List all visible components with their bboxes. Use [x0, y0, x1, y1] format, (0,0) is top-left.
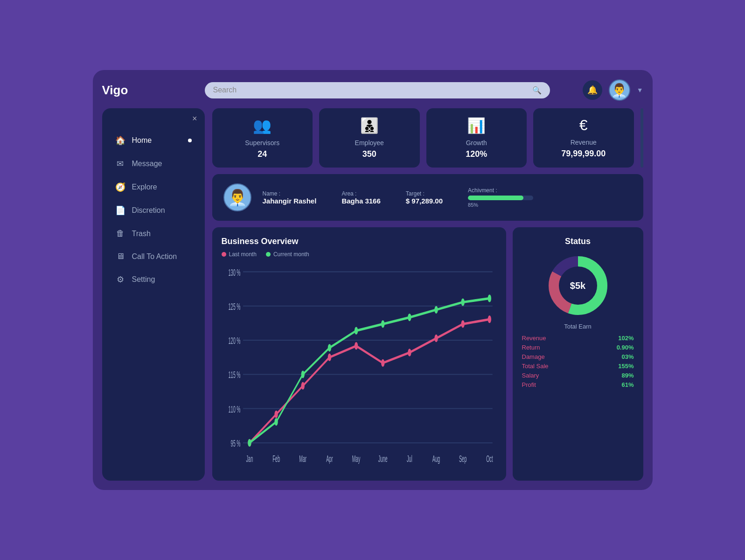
- svg-text:June: June: [378, 454, 387, 464]
- search-icon: 🔍: [532, 86, 542, 95]
- profile-area-info: Area : Bagha 3166: [341, 190, 380, 205]
- gear-icon: ⚙: [115, 274, 125, 285]
- svg-point-39: [434, 306, 438, 314]
- search-bar: 🔍: [205, 82, 550, 98]
- status-row-profit: Profit 61%: [522, 381, 634, 388]
- business-overview-card: Business Overview Last month Current mon…: [212, 227, 506, 481]
- stat-card-revenue: € Revenue 79,99,99.00: [533, 108, 634, 168]
- svg-point-29: [434, 335, 438, 342]
- sidebar-item-discreation[interactable]: 📄 Discretion: [106, 200, 201, 221]
- svg-point-31: [487, 315, 491, 323]
- svg-point-38: [408, 314, 411, 321]
- active-dot: [188, 139, 192, 142]
- document-icon: 📄: [115, 205, 125, 216]
- legend-current-month: Current month: [266, 251, 309, 258]
- stat-card-employee: 👨‍👦‍👦 Employee 350: [319, 108, 420, 168]
- supervisors-label: Supervisors: [245, 139, 279, 147]
- sidebar-item-label: Setting: [132, 275, 155, 284]
- sidebar-item-label: Discretion: [132, 206, 165, 215]
- svg-text:Jul: Jul: [406, 454, 412, 464]
- return-status-label: Return: [522, 344, 540, 351]
- search-input[interactable]: [213, 86, 528, 94]
- revenue-value: 79,99,99.00: [561, 149, 606, 159]
- svg-point-30: [461, 320, 464, 328]
- sidebar-item-home[interactable]: 🏠 Home: [106, 130, 201, 151]
- home-icon: 🏠: [115, 135, 125, 146]
- svg-point-37: [381, 320, 384, 328]
- explore-icon: 🧭: [115, 182, 125, 192]
- status-card: Status $5k: [513, 227, 643, 481]
- profile-name-info: Name : Jahangir Rashel: [263, 190, 317, 205]
- svg-text:130 %: 130 %: [228, 267, 240, 277]
- svg-point-25: [327, 353, 331, 361]
- profile-target-info: Target : $ 97,289.00: [406, 190, 443, 205]
- app-logo: Vigo: [102, 83, 195, 98]
- status-title: Status: [565, 237, 591, 246]
- profile-target-section: Target : $ 97,289.00: [406, 190, 443, 205]
- sidebar-item-label: Explore: [132, 183, 157, 191]
- last-month-label: Last month: [229, 251, 257, 258]
- svg-text:May: May: [352, 454, 360, 464]
- svg-text:Mar: Mar: [299, 454, 306, 464]
- svg-text:125 %: 125 %: [228, 301, 240, 312]
- sidebar-item-label: Home: [132, 136, 152, 145]
- svg-text:Aug: Aug: [432, 454, 439, 464]
- total-sale-status-label: Total Sale: [522, 363, 549, 370]
- chevron-down-icon[interactable]: ▼: [637, 86, 643, 94]
- svg-text:120 %: 120 %: [228, 336, 240, 346]
- current-month-dot: [266, 252, 271, 257]
- sidebar-item-label: Trash: [132, 230, 151, 238]
- growth-label: Growth: [466, 139, 487, 147]
- svg-point-36: [354, 327, 357, 334]
- right-panel: 👥 Supervisors 24 👨‍👦‍👦 Employee 350 📊 Gr…: [212, 108, 643, 481]
- svg-point-35: [327, 344, 331, 351]
- status-row-total-sale: Total Sale 155%: [522, 363, 634, 370]
- chart-svg-container: 130 % 125 % 120 % 115 % 110 % 95 % Jan F…: [222, 262, 497, 471]
- scrollbar: [641, 108, 643, 168]
- sidebar-item-setting[interactable]: ⚙ Setting: [106, 269, 201, 290]
- achievement-percent: 85%: [468, 202, 533, 208]
- notification-bell-button[interactable]: 🔔: [583, 80, 602, 100]
- svg-text:Oct: Oct: [486, 454, 493, 464]
- achievement-label: Achivment :: [468, 187, 533, 194]
- growth-value: 120%: [466, 149, 487, 159]
- profile-avatar: 👨‍💼: [223, 183, 251, 211]
- profile-avatar-icon: 👨‍💼: [228, 188, 247, 207]
- header-right: 🔔 👨‍💼 ▼: [559, 79, 643, 101]
- sidebar-item-trash[interactable]: 🗑 Trash: [106, 223, 201, 244]
- target-value: $ 97,289.00: [406, 197, 443, 205]
- sidebar-nav: 🏠 Home ✉ Message 🧭 Explore 📄 Discretion: [102, 130, 205, 290]
- name-value: Jahangir Rashel: [263, 197, 317, 205]
- total-earn-label: Total Earn: [564, 323, 592, 330]
- user-avatar-icon: 👨‍💼: [611, 83, 627, 98]
- donut-value: $5k: [570, 280, 585, 291]
- stat-card-growth: 📊 Growth 120%: [426, 108, 527, 168]
- sidebar-close-button[interactable]: ×: [192, 114, 197, 124]
- svg-point-23: [274, 411, 278, 418]
- supervisors-value: 24: [258, 149, 267, 159]
- salary-status-value: 89%: [621, 372, 634, 379]
- svg-text:110 %: 110 %: [228, 404, 240, 414]
- revenue-status-label: Revenue: [522, 335, 546, 342]
- sidebar: × 🏠 Home ✉ Message 🧭 Explore 📄 Discr: [102, 108, 205, 481]
- stat-cards: 👥 Supervisors 24 👨‍👦‍👦 Employee 350 📊 Gr…: [212, 108, 643, 168]
- profile-card: 👨‍💼 Name : Jahangir Rashel Area : Bagha …: [212, 174, 643, 221]
- profit-status-value: 61%: [621, 381, 634, 388]
- sidebar-item-message[interactable]: ✉ Message: [106, 153, 201, 175]
- sidebar-item-explore[interactable]: 🧭 Explore: [106, 176, 201, 198]
- total-sale-status-value: 155%: [618, 363, 634, 370]
- area-value: Bagha 3166: [341, 197, 380, 205]
- bottom-row: Business Overview Last month Current mon…: [212, 227, 643, 481]
- employee-label: Employee: [355, 139, 384, 147]
- achievement-section: Achivment : 85%: [468, 187, 533, 208]
- svg-text:115 %: 115 %: [228, 370, 240, 380]
- target-label: Target :: [406, 190, 443, 197]
- stat-card-supervisors: 👥 Supervisors 24: [212, 108, 313, 168]
- status-row-revenue: Revenue 102%: [522, 335, 634, 342]
- sidebar-item-call-to-action[interactable]: 🖥 Call To Action: [106, 246, 201, 267]
- svg-text:Apr: Apr: [326, 454, 333, 464]
- app-frame: Vigo 🔍 🔔 👨‍💼 ▼ × 🏠 Home ✉: [93, 70, 653, 490]
- name-label: Name :: [263, 190, 317, 197]
- profile-area-section: Area : Bagha 3166: [341, 190, 380, 205]
- status-row-salary: Salary 89%: [522, 372, 634, 379]
